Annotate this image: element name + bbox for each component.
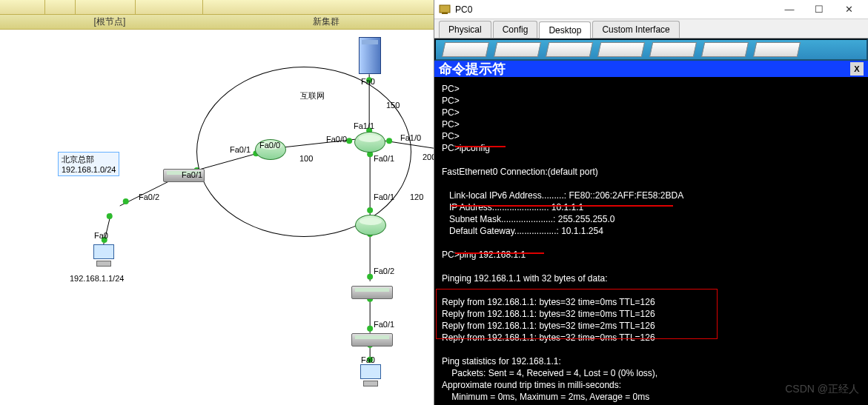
svg-point-20 [367, 326, 373, 332]
svg-rect-30 [442, 13, 448, 14]
router-left[interactable] [255, 139, 286, 160]
terminal-line: Pinging 192.168.1.1 with 32 bytes of dat… [442, 272, 861, 284]
svg-point-18 [367, 274, 373, 280]
terminal-title-text: 命令提示符 [439, 60, 506, 78]
close-button[interactable]: ✕ [834, 1, 864, 18]
terminal-close-button[interactable]: X [850, 62, 864, 76]
tab-bar: Physical Config Desktop Custom Interface [434, 19, 868, 39]
minimize-button[interactable]: — [775, 1, 804, 18]
hq-name: 北京总部 [62, 154, 116, 165]
terminal-line: Subnet Mask.....................: 255.25… [442, 213, 861, 225]
terminal-line [442, 154, 861, 166]
hq-label-box: 北京总部 192.168.1.0/24 [58, 152, 119, 176]
terminal-line: PC>ping 192.168.1.1 [442, 249, 861, 261]
terminal-line [442, 261, 861, 272]
terminal-line: FastEthernet0 Connection:(default port) [442, 166, 861, 178]
pc-subnet-label: 192.168.1.1/24 [70, 274, 124, 283]
desktop-app-strip [434, 39, 868, 61]
tab-physical[interactable]: Physical [439, 21, 491, 38]
router-top[interactable] [354, 132, 385, 153]
tab-desktop[interactable]: Desktop [539, 21, 591, 39]
router-bottom[interactable] [355, 215, 386, 235]
internet-cloud [196, 67, 411, 237]
svg-rect-29 [440, 5, 450, 13]
switch-branch2[interactable] [351, 333, 393, 347]
desktop-app-icon[interactable] [546, 42, 593, 57]
pc-branch[interactable] [359, 364, 382, 391]
terminal-line: PC> [442, 83, 861, 95]
window-title: PC0 [455, 4, 472, 15]
desktop-app-icon[interactable] [701, 42, 749, 57]
terminal-line: Default Gateway.................: 10.1.1… [442, 225, 861, 237]
terminal-line: PC> [442, 107, 861, 118]
terminal-titlebar: 命令提示符 X [434, 61, 868, 77]
maximize-button[interactable]: ☐ [804, 1, 834, 18]
pt-toolbar [0, 0, 434, 15]
desktop-app-icon[interactable] [442, 42, 489, 57]
desktop-app-icon[interactable] [597, 42, 645, 57]
port-label: Fa0/2 [139, 193, 159, 201]
terminal-line: Minimum = 0ms, Maximum = 2ms, Average = … [442, 391, 861, 403]
svg-point-27 [107, 213, 113, 219]
packet-tracer-pane: [根节点] 新集群 [0, 0, 434, 405]
terminal-line [442, 237, 861, 249]
port-label: Fa0 [94, 231, 108, 240]
terminal-line [442, 178, 861, 190]
app-icon [439, 4, 451, 16]
titlebar: PC0 — ☐ ✕ [434, 0, 868, 19]
terminal-line: Ping statistics for 192.168.1.1: [442, 355, 861, 367]
desktop-app-icon[interactable] [494, 42, 541, 57]
svg-point-28 [102, 237, 107, 243]
port-label: Fa0/2 [374, 267, 394, 275]
terminal-line: Approximate round trip times in milli-se… [442, 379, 861, 391]
svg-line-9 [104, 213, 111, 244]
tab-custom-interface[interactable]: Custom Interface [592, 21, 679, 38]
port-label: Fa0 [361, 355, 375, 364]
pc-hq[interactable] [92, 244, 116, 271]
distance-label: 120 [410, 193, 423, 201]
port-label: Fa0/1 [374, 320, 394, 329]
terminal-line [442, 344, 861, 355]
terminal-line: Packets: Sent = 4, Received = 4, Lost = … [442, 367, 861, 379]
terminal-line: PC> [442, 130, 861, 142]
new-cluster-label[interactable]: 新集群 [313, 16, 339, 28]
svg-point-22 [367, 357, 373, 363]
terminal-line: Link-local IPv6 Address.........: FE80::… [442, 190, 861, 201]
switch-branch[interactable] [351, 286, 393, 299]
topology-canvas[interactable]: 互联网 北京总部 192.168.1.0/24 Fa0 Fa1/1 150 Fa… [0, 30, 434, 405]
switch-hq[interactable] [163, 169, 205, 182]
root-node-label[interactable]: [根节点] [94, 16, 126, 28]
desktop-app-icon[interactable] [753, 42, 801, 57]
tab-config[interactable]: Config [493, 21, 538, 38]
distance-label: 200 [423, 153, 434, 161]
server-icon[interactable] [359, 37, 381, 74]
terminal-output[interactable]: PC>PC>PC>PC>PC>PC>ipconfig FastEthernet0… [434, 77, 868, 405]
terminal-line: PC>ipconfig [442, 142, 861, 154]
hq-subnet: 192.168.1.0/24 [62, 165, 116, 174]
svg-point-26 [123, 198, 129, 204]
desktop-app-icon[interactable] [649, 42, 697, 57]
pt-subtoolbar: [根节点] 新集群 [0, 15, 434, 30]
terminal-line: PC> [442, 118, 861, 130]
terminal-line: IP Address......................: 10.1.1… [442, 201, 861, 213]
pc0-window: PC0 — ☐ ✕ Physical Config Desktop Custom… [434, 0, 868, 405]
terminal-line: PC> [442, 95, 861, 107]
